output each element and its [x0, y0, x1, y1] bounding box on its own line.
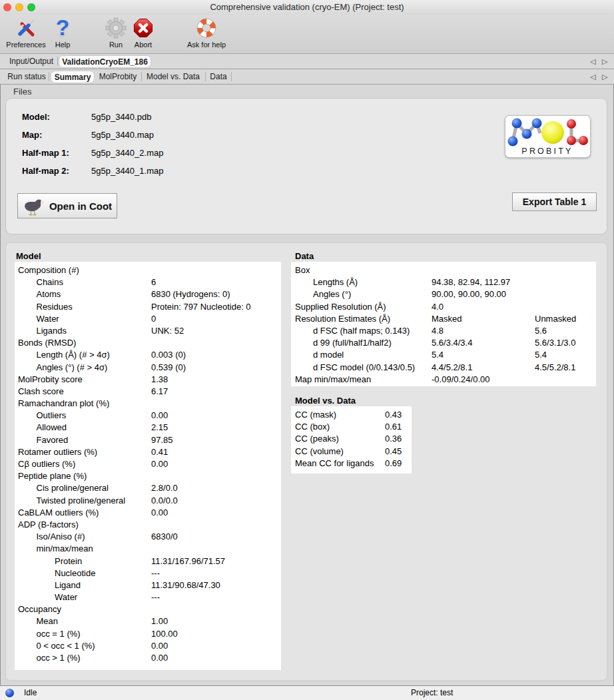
model-section-title: Model: [16, 251, 41, 261]
tab-scroll-right-icon[interactable]: ▷: [602, 54, 607, 69]
tab-model-vs-data[interactable]: Model vs. Data: [143, 69, 204, 84]
stat-label: Angles (°): [291, 288, 351, 300]
stat-value: 0.43: [385, 409, 402, 421]
stat-label: Box: [291, 264, 310, 276]
mvd-stat-row: CC (mask)0.43: [291, 409, 412, 421]
data-section-title: Data: [295, 251, 314, 261]
tab-validationcryoem-186[interactable]: ValidationCryoEM_186: [59, 55, 151, 68]
tab-summary[interactable]: Summary: [51, 71, 95, 83]
stat-value: 0.0/0.0: [151, 495, 178, 507]
stat-label: Residues: [15, 301, 73, 313]
tab-scroll-left-icon[interactable]: ◁: [590, 54, 595, 69]
stat-label: Mean CC for ligands: [291, 458, 374, 470]
status-bar: Idle Project: test: [0, 685, 614, 700]
stat-label: min/max/mean: [15, 543, 93, 555]
run-button[interactable]: Run: [104, 16, 128, 52]
model-stat-row: Water0: [15, 313, 281, 325]
stat-label: Favored: [15, 434, 68, 446]
data-stat-row: Lengths (Å)94.38, 82.94, 112.97: [291, 276, 596, 288]
model-file-value: 5g5p_3440.pdb: [91, 112, 151, 122]
data-stat-row: Angles (°)90.00, 90.00, 90.00: [291, 288, 596, 300]
model-stat-row: Mean1.00: [15, 615, 281, 627]
model-stat-row: Allowed2.15: [15, 422, 281, 434]
help-button[interactable]: ? Help: [52, 16, 73, 52]
stat-value: 0.539 (0): [151, 362, 186, 374]
model-stat-row: Iso/Aniso (#)6830/0: [15, 531, 281, 543]
stat-value: -0.09/0.24/0.00: [432, 374, 489, 386]
half-map-2-value: 5g5p_3440_1.map: [91, 166, 163, 176]
stat-label: CC (box): [291, 421, 330, 433]
stat-value: 0.36: [385, 433, 402, 445]
question-mark-icon: ?: [56, 16, 69, 40]
tab-data[interactable]: Data: [206, 69, 230, 84]
stat-value: 5.6/3.4/3.4: [432, 337, 472, 349]
model-stat-row: CaBLAM outliers (%)0.00: [15, 507, 281, 519]
model-stat-row: 0 < occ < 1 (%)0.00: [15, 640, 281, 652]
open-in-coot-button[interactable]: Open in Coot: [17, 193, 117, 218]
stat-value: 5.4: [535, 349, 547, 361]
stat-label: Ligands: [15, 325, 67, 337]
stat-value: 11.31/90.68/47.30: [151, 579, 220, 591]
stat-value: UNK: 52: [151, 325, 184, 337]
model-stat-row: ADP (B-factors): [15, 519, 281, 531]
model-stat-row: Peptide plane (%): [15, 470, 281, 482]
stat-label: 0 < occ < 1 (%): [15, 640, 95, 652]
title-bar: Comprehensive validation (cryo-EM) (Proj…: [0, 0, 614, 15]
status-text: Idle: [24, 686, 37, 700]
stat-value: 0.61: [385, 421, 402, 433]
stat-label: Bonds (RMSD): [15, 337, 76, 349]
tools-icon: [15, 16, 37, 40]
stat-label: Nucleotide: [15, 567, 95, 579]
stat-label: Twisted proline/general: [15, 495, 125, 507]
stat-label: occ > 1 (%): [15, 652, 81, 664]
model-stat-row: Occupancy: [15, 603, 281, 615]
export-table-1-button[interactable]: Export Table 1: [512, 192, 597, 211]
stat-label: d 99 (full/half1/half2): [291, 337, 392, 349]
project-label: Project: test: [411, 686, 453, 700]
tab-scroll-right-icon[interactable]: ▷: [602, 69, 607, 84]
stat-value: 0.00: [151, 458, 168, 470]
data-stat-row: Box: [291, 264, 596, 276]
model-file-label: Model:: [22, 112, 50, 122]
data-stat-row: Resolution Estimates (Å)MaskedUnmasked: [291, 313, 596, 325]
tab-molprobity[interactable]: MolProbity: [96, 69, 140, 84]
stat-value: 97.85: [151, 434, 173, 446]
tab-input-output[interactable]: Input/Output: [5, 54, 57, 69]
ask-for-help-button[interactable]: Ask for help: [183, 16, 230, 52]
stat-label: Protein: [15, 555, 82, 567]
mvd-stat-row: Mean CC for ligands0.69: [291, 458, 412, 470]
model-stat-row: Favored97.85: [15, 434, 281, 446]
stat-label: Iso/Aniso (#): [15, 531, 85, 543]
model-stat-row: Nucleotide---: [15, 567, 281, 579]
coot-bird-icon: [23, 196, 45, 216]
stat-label: Rotamer outliers (%): [15, 446, 97, 458]
stat-value: 0.00: [151, 507, 168, 519]
tab-run-status[interactable]: Run status: [5, 69, 48, 84]
abort-button[interactable]: Abort: [129, 16, 157, 52]
preferences-button[interactable]: Preferences: [1, 16, 51, 52]
stat-value: 6.17: [151, 386, 168, 398]
half-map-1-value: 5g5p_3440_2.map: [91, 148, 163, 158]
data-stat-row: d FSC model (0/0.143/0.5)4.4/5.2/8.14.5/…: [291, 362, 596, 374]
stat-label: d FSC model (0/0.143/0.5): [291, 362, 415, 374]
model-stat-row: LigandsUNK: 52: [15, 325, 281, 337]
model-stat-row: Chains6: [15, 276, 281, 288]
model-stat-row: Cis proline/general2.8/0.0: [15, 482, 281, 494]
half-map-1-label: Half-map 1:: [22, 148, 69, 158]
data-stats-table: BoxLengths (Å)94.38, 82.94, 112.97Angles…: [291, 262, 596, 386]
window-title: Comprehensive validation (cryo-EM) (Proj…: [0, 0, 614, 15]
stat-label: Resolution Estimates (Å): [291, 313, 390, 325]
model-stat-row: Bonds (RMSD): [15, 337, 281, 349]
stat-value: 94.38, 82.94, 112.97: [432, 276, 510, 288]
stat-label: CC (volume): [291, 446, 344, 458]
data-stat-row: Map min/max/mean-0.09/0.24/0.00: [291, 374, 596, 386]
outer-tab-bar: Input/Output ValidationCryoEM_186 ◁ ▷: [0, 54, 614, 69]
stat-label: Length (Å) (# > 4σ): [15, 349, 110, 361]
stop-x-icon: [133, 16, 153, 40]
stat-value: 0.003 (0): [151, 349, 186, 361]
stat-value: 0.00: [151, 410, 168, 422]
stat-value: 11.31/167.96/71.57: [151, 555, 225, 567]
stat-label: Ligand: [15, 579, 81, 591]
tab-scroll-left-icon[interactable]: ◁: [590, 69, 595, 84]
export-table-1-label: Export Table 1: [523, 196, 586, 207]
